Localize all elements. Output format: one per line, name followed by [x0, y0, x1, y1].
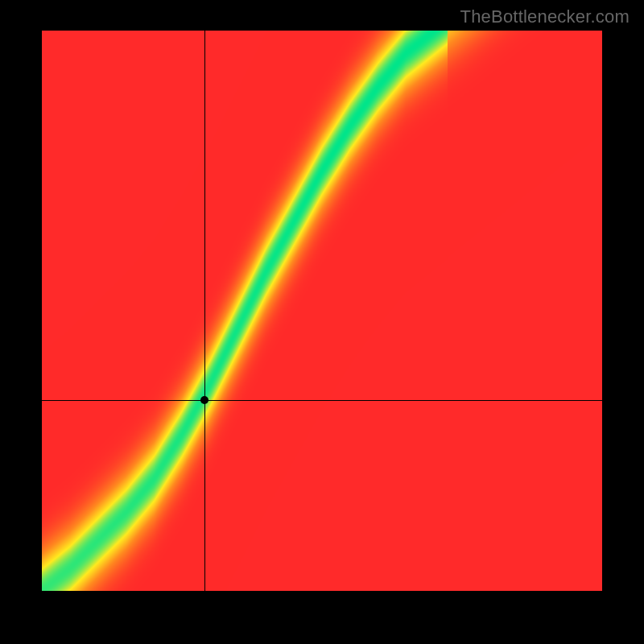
watermark-text: TheBottlenecker.com — [460, 6, 630, 27]
marker-dot — [200, 396, 208, 404]
chart-frame: TheBottlenecker.com — [0, 0, 644, 644]
crosshair-horizontal — [42, 400, 602, 401]
heatmap-canvas — [42, 31, 602, 591]
crosshair-vertical — [204, 31, 205, 591]
heatmap-plot — [42, 31, 602, 591]
